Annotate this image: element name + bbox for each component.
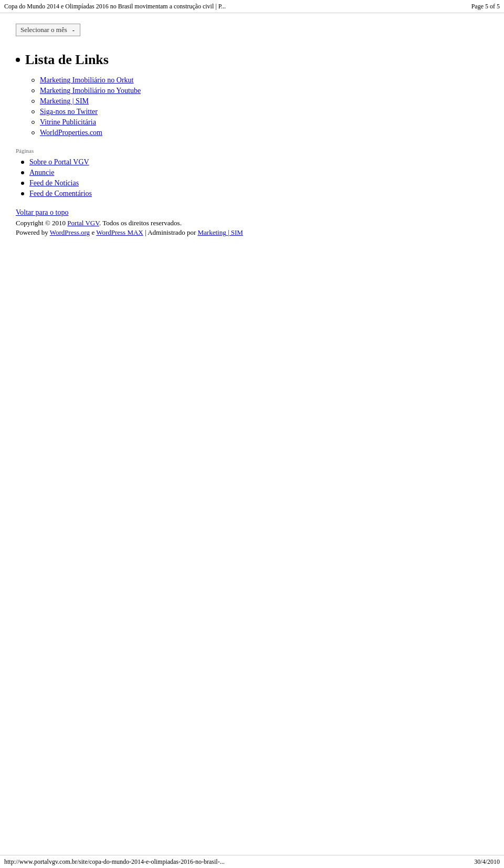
circle-bullet-icon	[32, 121, 35, 124]
month-selector-button[interactable]: -	[71, 26, 76, 34]
page-title: Copa do Mundo 2014 e Olimpíadas 2016 no …	[4, 3, 226, 11]
heading-bullet	[16, 58, 20, 62]
filled-bullet-icon	[21, 171, 24, 174]
link-marketing-orkut[interactable]: Marketing Imobiliário no Orkut	[40, 76, 133, 85]
list-item: Anuncie	[21, 169, 488, 177]
lista-links-heading: Lista de Links	[16, 52, 488, 68]
main-content: Selecionar o mês - Lista de Links Market…	[0, 13, 504, 247]
list-item: Marketing Imobiliário no Youtube	[32, 87, 488, 95]
copyright-prefix: Copyright © 2010	[16, 219, 67, 227]
bottom-bar: http://www.portalvgv.com.br/site/copa-do…	[0, 855, 504, 868]
powered-middle: e	[90, 228, 96, 236]
top-bar: Copa do Mundo 2014 e Olimpíadas 2016 no …	[0, 0, 504, 13]
portal-vgv-link[interactable]: Portal VGV	[67, 219, 99, 227]
list-item: Marketing Imobiliário no Orkut	[32, 76, 488, 85]
copyright-line: Copyright © 2010 Portal VGV. Todos os di…	[16, 219, 488, 227]
list-item: Marketing | SIM	[32, 97, 488, 106]
links-list: Marketing Imobiliário no Orkut Marketing…	[32, 76, 488, 137]
link-marketing-youtube[interactable]: Marketing Imobiliário no Youtube	[40, 87, 141, 95]
powered-line: Powered by WordPress.org e WordPress MAX…	[16, 228, 488, 237]
wordpress-org-link[interactable]: WordPress.org	[50, 228, 90, 236]
month-selector: Selecionar o mês -	[16, 24, 80, 36]
link-feed-comentarios[interactable]: Feed de Comentários	[29, 190, 92, 198]
bottom-date: 30/4/2010	[474, 858, 500, 866]
circle-bullet-icon	[32, 131, 35, 134]
link-marketing-sim[interactable]: Marketing | SIM	[40, 97, 89, 106]
link-worldproperties[interactable]: WorldProperties.com	[40, 129, 102, 137]
filled-bullet-icon	[21, 182, 24, 185]
link-vitrine-publicitaria[interactable]: Vitrine Publicitária	[40, 118, 96, 127]
list-item: Feed de Comentários	[21, 190, 488, 198]
list-item: Vitrine Publicitária	[32, 118, 488, 127]
link-siga-twitter[interactable]: Siga-nos no Twitter	[40, 108, 98, 116]
paginas-section: Páginas Sobre o Portal VGV Anuncie Feed …	[16, 148, 488, 198]
marketing-sim-footer-link[interactable]: Marketing | SIM	[197, 228, 243, 236]
lista-links-title: Lista de Links	[25, 52, 109, 68]
back-to-top: Voltar para o topo	[16, 208, 488, 217]
powered-prefix: Powered by	[16, 228, 50, 236]
circle-bullet-icon	[32, 79, 35, 82]
link-feed-noticias[interactable]: Feed de Notícias	[29, 179, 79, 187]
bottom-url: http://www.portalvgv.com.br/site/copa-do…	[4, 858, 225, 866]
link-sobre-portal[interactable]: Sobre o Portal VGV	[29, 158, 89, 166]
filled-bullet-icon	[21, 161, 24, 164]
link-anuncie[interactable]: Anuncie	[29, 169, 54, 177]
back-to-top-link[interactable]: Voltar para o topo	[16, 208, 68, 216]
list-item: WorldProperties.com	[32, 129, 488, 137]
list-item: Feed de Notícias	[21, 179, 488, 187]
list-item: Sobre o Portal VGV	[21, 158, 488, 166]
footer-section: Voltar para o topo Copyright © 2010 Port…	[16, 208, 488, 237]
page-info: Page 5 of 5	[471, 3, 500, 11]
filled-bullet-icon	[21, 192, 24, 195]
powered-middle2: | Administrado por	[143, 228, 198, 236]
circle-bullet-icon	[32, 89, 35, 92]
circle-bullet-icon	[32, 100, 35, 103]
paginas-label: Páginas	[16, 148, 488, 154]
circle-bullet-icon	[32, 110, 35, 113]
month-selector-label: Selecionar o mês	[20, 26, 67, 34]
list-item: Siga-nos no Twitter	[32, 108, 488, 116]
wordpress-max-link[interactable]: WordPress MAX	[96, 228, 143, 236]
paginas-list: Sobre o Portal VGV Anuncie Feed de Notíc…	[21, 158, 488, 198]
copyright-suffix: . Todos os direitos reservados.	[99, 219, 182, 227]
